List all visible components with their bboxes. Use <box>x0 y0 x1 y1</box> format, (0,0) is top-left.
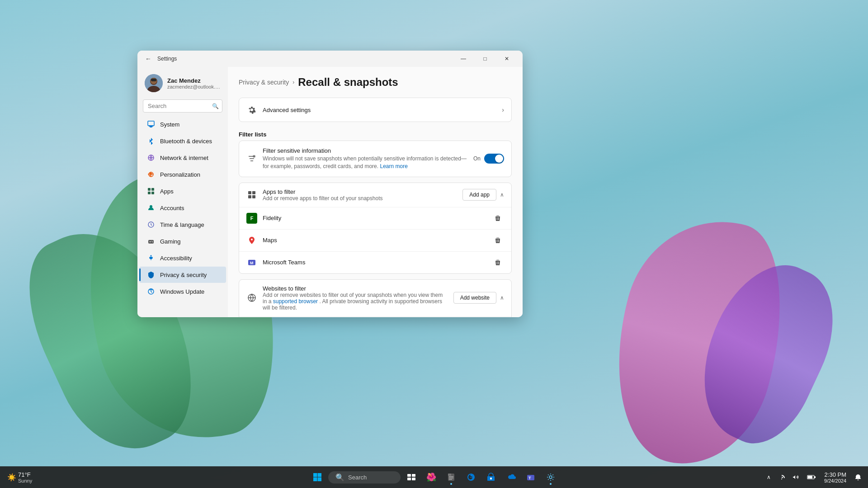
svg-rect-49 <box>449 476 453 477</box>
advanced-settings-row[interactable]: Advanced settings › <box>239 98 511 122</box>
toggle-label: On <box>473 155 481 162</box>
apps-to-filter-title: Apps to filter <box>263 188 457 195</box>
sidebar-item-system[interactable]: System <box>139 116 226 132</box>
apps-to-filter-actions: Add app ∧ <box>462 189 504 201</box>
delete-fidelity-button[interactable] <box>491 212 504 225</box>
sidebar-item-gaming[interactable]: Gaming <box>139 233 226 249</box>
tray-network[interactable] <box>775 472 788 483</box>
learn-more-link[interactable]: Learn more <box>380 163 407 169</box>
delete-teams-button[interactable] <box>491 256 504 269</box>
svg-rect-7 <box>149 126 153 127</box>
breadcrumb: Privacy & security › Recall & snapshots <box>239 76 512 89</box>
sidebar-item-update[interactable]: Windows Update <box>139 283 226 300</box>
search-input[interactable] <box>143 99 222 113</box>
svg-rect-53 <box>490 478 492 479</box>
sidebar-item-privacy[interactable]: Privacy & security <box>139 267 226 283</box>
taskbar-store-icon[interactable] <box>482 468 500 486</box>
accessibility-icon <box>146 253 156 263</box>
sidebar-item-network[interactable]: Network & internet <box>139 150 226 166</box>
apps-collapse-icon[interactable]: ∧ <box>500 192 504 198</box>
user-info: Zac Mendez zacmendez@outlook.com <box>167 77 221 89</box>
avatar <box>145 74 163 92</box>
filter-sensitive-row: Filter sensitive information Windows wil… <box>239 141 511 177</box>
clock-date: 9/24/2024 <box>824 478 846 483</box>
taskbar-search-label: Search <box>348 474 367 481</box>
privacy-icon <box>146 270 156 279</box>
taskbar-search[interactable]: 🔍 Search <box>328 471 401 483</box>
apps-to-filter-content: Apps to filter Add or remove apps to fil… <box>263 188 457 202</box>
sidebar-item-accounts[interactable]: Accounts <box>139 200 226 216</box>
delete-maps-button[interactable] <box>491 234 504 247</box>
task-view-icon <box>407 473 416 482</box>
breadcrumb-separator: › <box>292 79 294 85</box>
main-panel: Privacy & security › Recall & snapshots … <box>228 67 523 317</box>
tray-volume[interactable] <box>790 472 802 483</box>
apps-to-filter-header: Apps to filter Add or remove apps to fil… <box>239 183 511 207</box>
add-website-button[interactable]: Add website <box>453 292 496 304</box>
sidebar-item-apps[interactable]: Apps <box>139 183 226 199</box>
sidebar-item-accessibility[interactable]: Accessibility <box>139 250 226 266</box>
svg-rect-14 <box>148 192 151 194</box>
weather-desc: Sunny <box>18 478 32 483</box>
sidebar-item-bluetooth[interactable]: Bluetooth & devices <box>139 133 226 149</box>
sidebar-item-personalization[interactable]: Personalization <box>139 166 226 183</box>
taskbar-teams-icon[interactable]: T <box>522 468 540 486</box>
filter-lists-section-header: Filter lists <box>239 127 512 141</box>
breadcrumb-link-privacy[interactable]: Privacy & security <box>239 79 289 86</box>
svg-rect-48 <box>448 474 451 476</box>
weather-widget[interactable]: ☀️ 71°F Sunny <box>4 469 36 485</box>
sidebar-label-accounts: Accounts <box>160 205 184 211</box>
settings-active-dot <box>550 483 552 485</box>
svg-rect-46 <box>412 478 415 480</box>
minimize-button[interactable]: — <box>453 52 474 66</box>
filter-sensitive-title: Filter sensitive information <box>263 147 468 154</box>
tray-notification[interactable] <box>852 472 864 483</box>
websites-to-filter-actions: Add website ∧ <box>453 292 504 304</box>
tray-clock[interactable]: 2:30 PM 9/24/2024 <box>821 470 850 484</box>
settings-window: ← Settings — □ ✕ <box>137 51 523 317</box>
tray-chevron[interactable]: ∧ <box>764 472 774 482</box>
taskbar-settings-icon[interactable] <box>542 468 560 486</box>
filter-icon <box>246 153 257 164</box>
websites-collapse-icon[interactable]: ∧ <box>500 295 504 301</box>
search-taskbar-icon: 🔍 <box>335 473 344 482</box>
svg-text:M: M <box>250 261 254 265</box>
svg-rect-12 <box>148 188 151 191</box>
gear-icon <box>246 104 257 115</box>
maximize-button[interactable]: □ <box>475 52 495 66</box>
taskbar-edge-icon[interactable] <box>462 468 480 486</box>
task-view-button[interactable] <box>402 468 420 486</box>
personalization-icon <box>146 170 156 179</box>
svg-rect-44 <box>412 474 415 477</box>
taskbar-msn-icon[interactable]: 🌺 <box>422 468 440 486</box>
user-profile[interactable]: Zac Mendez zacmendez@outlook.com <box>137 70 228 99</box>
taskbar-onedrive-icon[interactable] <box>502 468 520 486</box>
svg-point-22 <box>152 242 153 243</box>
taskbar-files-icon[interactable] <box>442 468 460 486</box>
back-button[interactable]: ← <box>143 53 154 64</box>
weather-info: 71°F Sunny <box>18 471 32 483</box>
apps-icon <box>146 187 156 196</box>
sidebar-label-gaming: Gaming <box>160 238 181 245</box>
svg-point-25 <box>253 155 255 158</box>
websites-to-filter-title: Websites to filter <box>263 285 448 292</box>
svg-rect-6 <box>150 127 152 127</box>
windows-icon <box>313 473 322 482</box>
svg-rect-4 <box>151 79 156 81</box>
chevron-right-icon: › <box>502 106 504 113</box>
add-app-button[interactable]: Add app <box>462 189 496 201</box>
supported-browser-link[interactable]: supported browser <box>273 298 318 305</box>
tray-battery[interactable] <box>804 473 819 482</box>
sidebar-item-time[interactable]: Time & language <box>139 216 226 233</box>
start-button[interactable] <box>308 468 326 486</box>
svg-rect-5 <box>148 121 154 126</box>
filter-sensitive-desc: Windows will not save snapshots when pot… <box>263 155 468 170</box>
clock-time: 2:30 PM <box>825 471 846 478</box>
app-item-teams: M Microsoft Teams <box>239 252 511 273</box>
close-button[interactable]: ✕ <box>496 52 517 66</box>
weather-icon: ☀️ <box>7 473 16 482</box>
system-icon <box>146 120 156 129</box>
websites-filter-icon <box>246 292 257 303</box>
filter-sensitive-toggle[interactable] <box>484 154 504 164</box>
advanced-settings-content: Advanced settings <box>263 107 496 113</box>
